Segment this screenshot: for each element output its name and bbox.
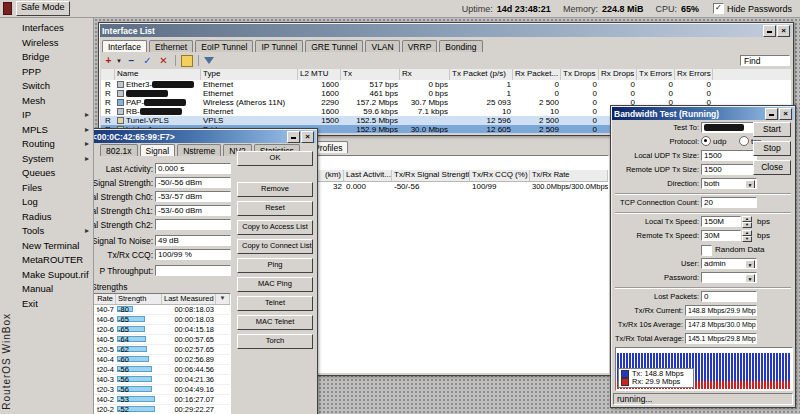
sidebar-item-metarouter[interactable]: MetaROUTER xyxy=(14,253,93,268)
safe-mode-button[interactable]: Safe Mode xyxy=(16,1,70,16)
sidebar-item-routing[interactable]: Routing▸ xyxy=(14,137,93,152)
disable-button[interactable]: ✕ xyxy=(157,55,170,67)
column-header-last-measured[interactable]: Last Measured xyxy=(162,294,216,304)
column-header-tx-rx-rate[interactable]: Tx/Rx Rate xyxy=(530,170,608,181)
interface-row[interactable]: REthernet1600461 bps0 bps100000 xyxy=(101,89,791,98)
column-header-rx-drops[interactable]: Rx Drops xyxy=(599,69,637,80)
column-header-l2-mtu[interactable]: L2 MTU xyxy=(298,69,341,80)
sidebar-item-system[interactable]: System▸ xyxy=(14,152,93,167)
tab-signal[interactable]: Signal xyxy=(140,144,176,156)
registration-titlebar[interactable]: <00:0C:42:65:99:F7> × xyxy=(94,130,316,143)
stop-button[interactable]: Stop xyxy=(753,141,791,156)
tab-interface[interactable]: Interface xyxy=(102,40,147,52)
tcp-connection-count-input[interactable]: 20 xyxy=(701,197,757,208)
find-input[interactable]: Find xyxy=(740,55,790,66)
tab-bonding[interactable]: Bonding xyxy=(439,40,482,52)
signal-row[interactable]: t40-2-5300:16:27.07 xyxy=(94,395,230,405)
remote-udp-input[interactable]: 1500 xyxy=(701,164,757,175)
remove-button[interactable]: − xyxy=(125,55,138,67)
copy-to-access-list-button[interactable]: Copy to Access List xyxy=(237,220,313,235)
minimize-icon[interactable] xyxy=(287,131,300,143)
signal-row[interactable]: t40-5-6400:00:57.65 xyxy=(94,335,230,345)
close-icon[interactable]: × xyxy=(777,25,790,37)
column-header-rx[interactable]: Rx xyxy=(400,69,450,80)
column-header-tx[interactable]: Tx xyxy=(341,69,400,80)
direction-select[interactable]: both▼ xyxy=(701,178,757,189)
tab-gre-tunnel[interactable]: GRE Tunnel xyxy=(305,40,363,52)
sidebar-item-new-terminal[interactable]: New Terminal xyxy=(14,239,93,254)
chevron-down-icon[interactable]: ▼ xyxy=(745,274,755,283)
local-tx-speed-stepper[interactable]: ▲▼ xyxy=(742,216,752,227)
tab-eoip-tunnel[interactable]: EoIP Tunnel xyxy=(195,40,253,52)
column-header-type[interactable]: Type xyxy=(201,69,298,80)
sidebar-item-manual[interactable]: Manual xyxy=(14,282,93,297)
signal-row[interactable]: t20-2-5200:29:22.27 xyxy=(94,405,230,414)
tab-vrrp[interactable]: VRRP xyxy=(402,40,438,52)
sidebar-item-log[interactable]: Log xyxy=(14,195,93,210)
sidebar-item-mesh[interactable]: Mesh xyxy=(14,94,93,109)
interface-list-titlebar[interactable]: Interface List × xyxy=(100,24,792,37)
signal-row[interactable]: t40-4-6000:02:56.89 xyxy=(94,355,230,365)
bandwidth-test-titlebar[interactable]: Bandwidth Test (Running) × xyxy=(612,107,794,120)
reset-button[interactable]: Reset xyxy=(237,201,313,216)
spin-down-icon[interactable]: ▼ xyxy=(742,236,752,242)
chevron-down-icon[interactable]: ▼ xyxy=(745,260,755,269)
signal-row[interactable]: t40-3-5600:04:21.36 xyxy=(94,375,230,385)
sidebar-item-queues[interactable]: Queues xyxy=(14,166,93,181)
signal-row[interactable]: t20-3-5600:04:49.16 xyxy=(94,385,230,395)
ping-button[interactable]: Ping xyxy=(237,258,313,273)
start-button[interactable]: Start xyxy=(753,122,791,137)
signal-row[interactable]: t20-5-6200:02:57.65 xyxy=(94,345,230,355)
column-header-last-activit[interactable]: Last Activit... xyxy=(344,170,392,181)
remove-button[interactable]: Remove xyxy=(237,182,313,197)
signal-row[interactable]: t40-6-6500:00:18.03 xyxy=(94,315,230,325)
sidebar-item-ppp[interactable]: PPP xyxy=(14,65,93,80)
user-input[interactable]: admin▼ xyxy=(701,258,757,269)
column-header-tx-rx-signal-strength[interactable]: Tx/Rx Signal Strength... xyxy=(392,170,470,181)
tab-ethernet[interactable]: Ethernet xyxy=(149,40,193,52)
chevron-down-icon[interactable]: ▼ xyxy=(745,180,755,189)
sidebar-item-make-supout-rif[interactable]: Make Supout.rif xyxy=(14,268,93,283)
comment-button[interactable] xyxy=(181,55,193,67)
tab-vlan[interactable]: VLAN xyxy=(365,40,399,52)
ok-button[interactable]: OK xyxy=(237,151,313,166)
registration-table-row[interactable]: 320.000-50/-56100/99300.0Mbps/300.0Mbps xyxy=(272,182,608,192)
filter-button[interactable] xyxy=(204,57,214,64)
column-header-rate[interactable]: Rate xyxy=(94,294,116,304)
telnet-button[interactable]: Telnet xyxy=(237,296,313,311)
column-header-name[interactable]: Name xyxy=(115,69,201,80)
close-button[interactable]: Close xyxy=(753,160,791,175)
sidebar-item-interfaces[interactable]: Interfaces xyxy=(14,21,93,36)
column-header-strength[interactable]: Strength xyxy=(116,294,162,304)
test-to-input[interactable] xyxy=(701,122,757,133)
copy-to-connect-list-button[interactable]: Copy to Connect List xyxy=(237,239,313,254)
column-header-tx-packet-p-s[interactable]: Tx Packet (p/s) xyxy=(450,69,513,80)
column-header-tx-errors[interactable]: Tx Errors xyxy=(637,69,675,80)
column-header-rx-errors[interactable]: Rx Errors xyxy=(675,69,713,80)
hide-passwords-checkbox[interactable]: ✓ Hide Passwords xyxy=(713,3,792,14)
close-icon[interactable]: × xyxy=(779,108,792,120)
tab-802-1x[interactable]: 802.1x xyxy=(100,144,138,156)
column-header-tx-drops[interactable]: Tx Drops xyxy=(561,69,599,80)
sidebar-item-switch[interactable]: Switch xyxy=(14,79,93,94)
password-input[interactable]: ▼ xyxy=(701,272,757,283)
remote-tx-speed-stepper[interactable]: ▲▼ xyxy=(742,230,752,241)
signal-row[interactable]: t20-6-6500:04:15.18 xyxy=(94,325,230,335)
minimize-icon[interactable] xyxy=(763,25,776,37)
remote-tx-speed-input[interactable]: 30M xyxy=(701,230,741,241)
column-header-flag[interactable] xyxy=(101,69,115,80)
mac-telnet-button[interactable]: MAC Telnet xyxy=(237,315,313,330)
tab-ip-tunnel[interactable]: IP Tunnel xyxy=(255,40,303,52)
sidebar-item-files[interactable]: Files xyxy=(14,181,93,196)
add-button[interactable]: + xyxy=(102,55,115,67)
interface-row[interactable]: REther3-Ethernet1600517 bps0 bps100000 xyxy=(101,80,791,89)
sidebar-item-exit[interactable]: Exit xyxy=(14,297,93,312)
sidebar-item-tools[interactable]: Tools▸ xyxy=(14,224,93,239)
column-header-tx-rx-ccq[interactable]: Tx/Rx CCQ (%) xyxy=(470,170,530,181)
spin-down-icon[interactable]: ▼ xyxy=(742,222,752,228)
protocol-udp-radio[interactable]: udp xyxy=(701,136,726,146)
sidebar-item-wireless[interactable]: Wireless xyxy=(14,36,93,51)
tab-nstreme[interactable]: Nstreme xyxy=(177,144,221,156)
sidebar-item-radius[interactable]: Radius xyxy=(14,210,93,225)
close-icon[interactable]: × xyxy=(301,131,314,143)
